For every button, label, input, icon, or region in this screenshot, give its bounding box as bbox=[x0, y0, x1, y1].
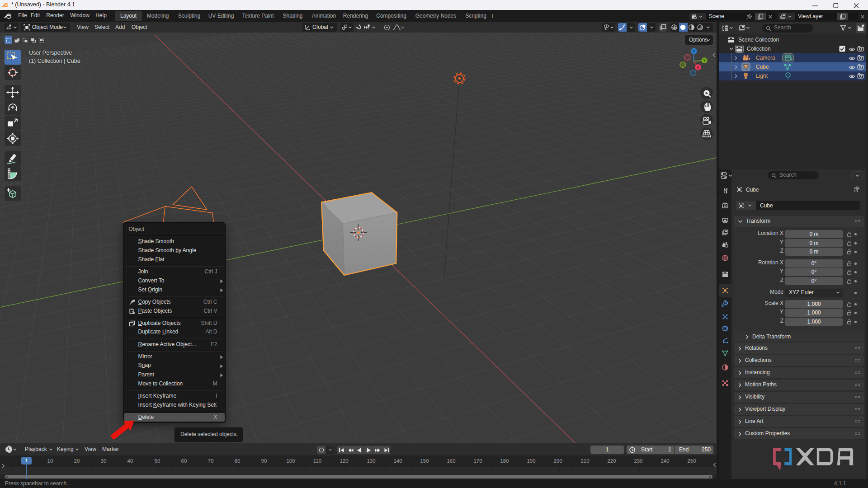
svg-text:Z: Z bbox=[693, 49, 695, 53]
svg-text:X: X bbox=[697, 66, 699, 70]
svg-text:Y: Y bbox=[703, 58, 706, 62]
